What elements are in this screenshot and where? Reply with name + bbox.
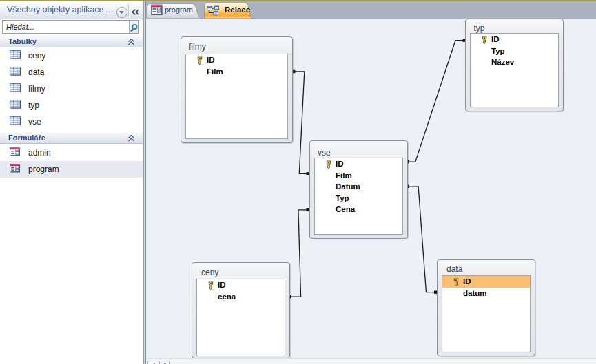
svg-text:program: program <box>165 6 193 14</box>
svg-text:Relace: Relace <box>225 6 250 14</box>
